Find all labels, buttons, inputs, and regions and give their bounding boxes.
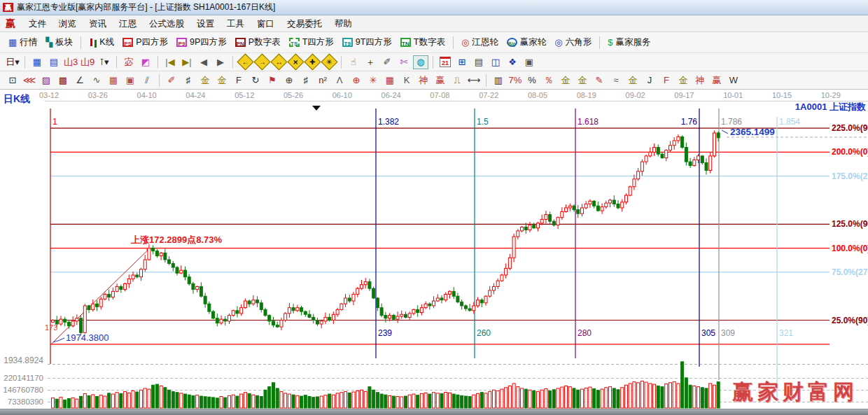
volume-bar — [204, 397, 206, 408]
candle-body — [697, 156, 700, 160]
candle-body — [284, 314, 287, 321]
volume-bar — [132, 391, 134, 408]
volume-bar — [152, 385, 155, 408]
volume-bar — [433, 393, 435, 408]
volume-bar — [124, 392, 127, 408]
candle-body — [380, 308, 383, 316]
price-chart[interactable]: 03-1203-2604-1004-2405-1205-2606-1006-24… — [0, 0, 868, 415]
volume-bar — [52, 398, 55, 408]
candle-body — [356, 288, 359, 294]
candle-body — [344, 298, 347, 304]
volume-bar — [428, 394, 431, 408]
time-line-bottom-label: 321 — [779, 328, 793, 338]
volume-bar — [593, 388, 596, 408]
candle-body — [416, 309, 419, 312]
date-label: 06-10 — [332, 91, 352, 99]
volume-bar — [224, 398, 227, 408]
volume-bar — [139, 390, 142, 408]
volume-bar — [64, 400, 66, 408]
candle-body — [665, 150, 668, 158]
volume-bar — [111, 394, 114, 408]
candle-body — [132, 275, 134, 279]
volume-bar — [601, 389, 603, 408]
volume-bar — [677, 384, 680, 408]
marker-triangle-icon — [312, 106, 321, 111]
date-label: 07-22 — [479, 91, 498, 99]
volume-bar — [492, 390, 495, 408]
candle-body — [448, 291, 451, 294]
volume-bar — [288, 394, 290, 408]
candle-body — [99, 299, 102, 307]
volume-bar — [368, 387, 371, 408]
candle-body — [296, 308, 299, 311]
candle-body — [92, 304, 94, 309]
volume-bar — [396, 397, 399, 408]
candle-body — [324, 317, 327, 321]
candle-body — [524, 227, 527, 230]
time-line-top-label: 1.76 — [681, 117, 698, 127]
volume-bar — [596, 391, 599, 408]
candle-body — [348, 298, 351, 301]
volume-bar — [508, 386, 511, 408]
date-label: 10-01 — [723, 91, 743, 99]
candle-body — [621, 202, 624, 208]
candle-body — [83, 306, 86, 332]
candle-body — [464, 306, 467, 309]
candle-body — [111, 291, 114, 297]
candle-body — [505, 268, 507, 275]
candle-body — [617, 204, 620, 207]
candle-body — [649, 152, 652, 155]
volume-bar — [536, 392, 539, 408]
gann-level-label: 25.0%(90) — [832, 316, 868, 325]
candle-body — [316, 321, 318, 324]
candle-body — [685, 148, 687, 162]
volume-bar — [308, 397, 311, 408]
volume-bar — [709, 384, 712, 408]
candle-body — [384, 316, 387, 318]
volume-bar — [468, 397, 471, 408]
volume-bar — [200, 396, 202, 408]
candle-body — [653, 148, 656, 153]
volume-bar — [673, 382, 676, 408]
candle-body — [264, 309, 267, 315]
candle-body — [260, 303, 262, 310]
volume-bar — [183, 394, 186, 408]
volume-bar — [528, 390, 531, 408]
candle-body — [124, 283, 127, 289]
candle-body — [59, 319, 62, 324]
candle-body — [661, 154, 664, 157]
candle-body — [580, 208, 583, 213]
volume-bar — [556, 388, 559, 408]
volume-bar — [136, 392, 139, 408]
volume-bar — [208, 397, 211, 408]
volume-bar — [196, 395, 199, 408]
candle-body — [637, 171, 640, 179]
candle-body — [224, 319, 227, 321]
candle-body — [565, 208, 568, 211]
volume-bar — [104, 396, 106, 408]
gann-level-label: 225.0%(90) — [832, 123, 868, 133]
candle-body — [521, 227, 524, 230]
volume-bar — [268, 387, 271, 408]
volume-bar — [59, 398, 62, 408]
date-label: 07-08 — [430, 91, 449, 99]
candle-body — [127, 279, 130, 284]
volume-bar — [388, 395, 391, 408]
candle-body — [633, 179, 636, 187]
candle-body — [456, 296, 459, 302]
volume-bar — [332, 395, 335, 408]
volume-bar — [227, 395, 230, 408]
volume-bar — [549, 391, 552, 408]
candle-body — [172, 264, 174, 267]
candle-body — [208, 304, 211, 311]
volume-bar — [552, 390, 555, 408]
candle-body — [601, 207, 603, 211]
volume-bar — [484, 393, 487, 408]
volume-bar — [697, 387, 700, 408]
candle-body — [709, 156, 712, 171]
volume-bar — [456, 395, 459, 408]
candle-body — [180, 270, 183, 273]
volume-bar — [296, 395, 299, 408]
gann-level-label: 125.0%(90) — [832, 219, 868, 229]
volume-bar — [605, 388, 608, 408]
